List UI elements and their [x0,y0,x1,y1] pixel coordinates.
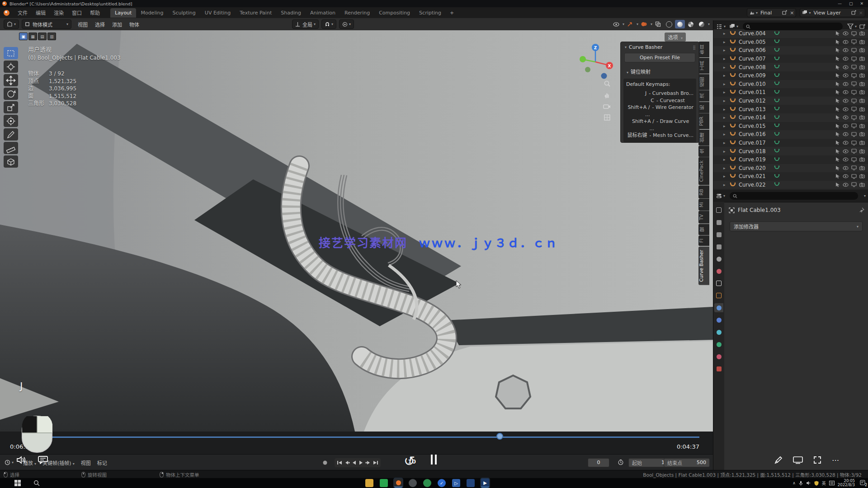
start-button[interactable] [14,480,21,486]
frame-end-field[interactable]: 结束点500 [664,458,710,467]
hide-in-viewport-icon[interactable] [843,90,849,94]
expand-caret-icon[interactable]: ▸ [723,132,730,136]
expand-caret-icon[interactable]: ▸ [723,124,730,128]
tool-options-button[interactable]: 选项 ▾ [665,33,686,42]
selectable-icon[interactable] [835,165,840,171]
expand-caret-icon[interactable]: ▸ [723,166,730,170]
properties-tab-collection[interactable] [714,279,723,288]
chat-icon[interactable] [38,456,48,464]
more-options-icon[interactable]: ⋯ [832,456,840,465]
annotate-tool[interactable] [4,128,18,141]
blender-taskbar-icon[interactable] [394,479,402,488]
workspace-tab-rendering[interactable]: Rendering [340,8,374,18]
sidebar-tab-流[interactable]: 流 [698,90,709,102]
selectable-icon[interactable] [835,157,840,162]
shading-rendered-button[interactable] [697,20,707,28]
transform-orientation-selector[interactable]: 全局 ▾ [292,19,319,29]
timeline-track[interactable] [43,436,699,438]
hide-in-viewport-icon[interactable] [843,141,849,145]
editor-type-button[interactable]: ▾ [4,19,19,29]
touch-keyboard-icon[interactable] [829,481,835,485]
display-mode-icon[interactable] [729,23,735,29]
object-name[interactable]: Curve.022 [739,182,774,188]
scene-selector[interactable]: ▾ Final × [747,8,797,17]
selectable-icon[interactable] [835,56,840,61]
expand-caret-icon[interactable]: ▸ [723,65,730,70]
disable-in-viewports-icon[interactable] [851,56,857,61]
selectable-icon[interactable] [835,149,840,154]
outliner-row[interactable]: ▸ Curve.012 [713,97,868,105]
object-name[interactable]: Curve.013 [739,106,774,113]
properties-tab-output[interactable] [714,230,723,239]
workspace-tab-texture-paint[interactable]: Texture Paint [235,8,276,18]
object-name[interactable]: Curve.007 [739,56,774,62]
zoom-view-icon[interactable] [604,80,611,87]
properties-tab-object-data[interactable] [714,340,723,349]
rotate-tool[interactable] [4,88,18,100]
disable-in-renders-icon[interactable] [859,157,865,162]
disable-in-renders-icon[interactable] [859,166,865,170]
sidebar-tab-tv[interactable]: TV [698,211,709,224]
object-name[interactable]: Curve.019 [739,156,774,163]
outliner-row[interactable]: ▸ Curve.017 [713,139,868,147]
properties-tab-world[interactable] [714,267,723,276]
expand-caret-icon[interactable]: ▸ [723,48,730,52]
outliner-row[interactable]: ▸ Curve.019 [713,155,868,164]
hide-in-viewport-icon[interactable] [843,56,849,61]
play-reverse-button[interactable] [351,460,357,465]
breadcrumb-object-name[interactable]: Flat Cable1.003 [738,207,781,213]
outliner-row[interactable]: ▸ Curve.005 [713,38,868,47]
disable-in-viewports-icon[interactable] [851,157,857,162]
disable-in-viewports-icon[interactable] [851,123,857,128]
viewport-menu-物体[interactable]: 物体 [126,19,143,29]
obs-icon[interactable] [409,479,417,487]
play-button[interactable] [358,460,364,465]
outliner-row[interactable]: ▸ Curve.010 [713,80,868,89]
use-preview-range-icon[interactable] [618,459,624,465]
expand-caret-icon[interactable]: ▸ [723,107,730,112]
properties-tab-constraints[interactable] [714,328,723,337]
view-layer-name[interactable]: View Layer [814,10,841,16]
mode-selector[interactable]: 物体模式 ▾ [22,19,71,29]
disable-in-renders-icon[interactable] [859,65,865,70]
expand-caret-icon[interactable]: ▸ [723,149,730,154]
disable-in-renders-icon[interactable] [859,82,865,86]
checkmark-app-icon[interactable]: ✓ [438,479,446,487]
menu-窗口[interactable]: 窗口 [68,8,86,18]
outliner-row[interactable]: ▸ Curve.021 [713,172,868,181]
disable-in-renders-icon[interactable] [859,141,865,145]
properties-tab-tool[interactable] [714,206,723,215]
properties-tab-object[interactable] [714,291,723,300]
outliner-row[interactable]: ▸ Curve.004 [713,29,868,38]
selectable-icon[interactable] [835,123,840,129]
taskbar-clock[interactable]: 20:05 2022/8/3 [838,479,855,487]
hide-in-viewport-icon[interactable] [843,132,849,136]
add-cube-tool[interactable] [4,155,18,168]
unlink-scene-icon[interactable]: × [790,10,794,16]
object-name[interactable]: Curve.016 [739,131,774,137]
menu-帮助[interactable]: 帮助 [86,8,104,18]
sidebar-tab-工具[interactable]: 工具 [698,58,709,74]
transform-tool[interactable] [4,115,18,127]
object-name[interactable]: Curve.015 [739,123,774,129]
selectable-icon[interactable] [835,98,840,103]
filter-icon[interactable] [847,23,854,29]
object-name[interactable]: Curve.008 [739,64,774,70]
select-extend-button[interactable]: ▦ [28,33,37,40]
expand-caret-icon[interactable]: ▸ [723,157,730,162]
sidebar-tab-fi[interactable]: FI [698,235,709,246]
properties-tab-texture[interactable] [714,364,723,373]
scale-tool[interactable] [4,101,18,113]
shading-solid-button[interactable] [675,20,685,28]
sidebar-tab-创建[interactable]: 创建 [698,130,709,145]
select-invert-button[interactable]: ▥ [47,33,56,40]
frame-start-field[interactable]: 起始1 [628,458,668,467]
outliner-row[interactable]: ▸ Curve.016 [713,130,868,139]
disable-in-renders-icon[interactable] [859,183,865,187]
disable-in-viewports-icon[interactable] [851,107,857,112]
outliner-row[interactable]: ▸ Curve.018 [713,147,868,155]
snap-toggle[interactable]: ▾ [321,19,336,29]
selectable-icon[interactable] [835,140,840,145]
sidebar-tab-rb[interactable]: RB [698,186,709,199]
drag-grip-icon[interactable]: ⣿ [693,45,696,50]
